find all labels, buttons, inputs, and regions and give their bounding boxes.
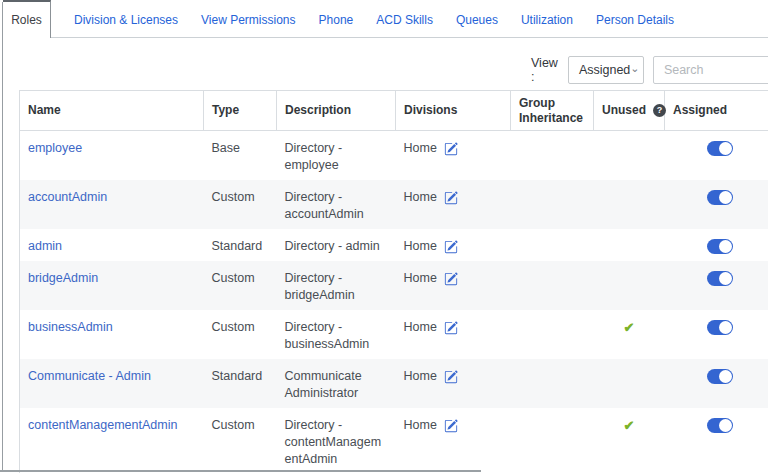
table-row: admin Standard Directory - admin Home [20, 229, 768, 261]
column-header-type: Type [204, 91, 277, 131]
unused-cell [594, 131, 665, 181]
role-description: Directory - contentManagementAdmin [277, 408, 396, 473]
column-header-divisions: Divisions [396, 91, 511, 131]
role-type: Custom [204, 261, 277, 310]
division-name: Home [404, 417, 437, 434]
table-row: businessAdmin Custom Directory - busines… [20, 310, 768, 359]
table-row: contentManagementAdmin Custom Directory … [20, 408, 768, 473]
role-description: Directory - bridgeAdmin [277, 261, 396, 310]
role-type: Standard [204, 359, 277, 408]
table-header-row: Name Type Description Divisions Group In… [20, 91, 768, 131]
roles-panel: Roles Division & Licenses View Permissio… [0, 0, 768, 473]
edit-divisions-icon[interactable] [444, 321, 458, 335]
tab-roles[interactable]: Roles [3, 0, 51, 38]
roles-table-wrap: Name Type Description Divisions Group In… [19, 90, 768, 473]
edit-divisions-icon[interactable] [444, 419, 458, 433]
table-row: Communicate - Admin Standard Communicate… [20, 359, 768, 408]
check-icon: ✔ [624, 418, 635, 433]
tab-person-details[interactable]: Person Details [596, 0, 674, 38]
role-description: Directory - businessAdmin [277, 310, 396, 359]
tab-phone[interactable]: Phone [319, 0, 354, 38]
panel-bottom-border [0, 470, 481, 472]
role-name-link[interactable]: admin [28, 239, 62, 253]
view-select[interactable]: Assigned ⌄ [568, 56, 644, 84]
edit-divisions-icon[interactable] [444, 191, 458, 205]
table-row: accountAdmin Custom Directory - accountA… [20, 180, 768, 229]
assigned-toggle[interactable] [707, 141, 733, 156]
group-inheritance-cell [511, 229, 594, 261]
role-type: Standard [204, 229, 277, 261]
table-body: employee Base Directory - employee Home … [20, 131, 768, 473]
tab-bar: Roles Division & Licenses View Permissio… [0, 0, 768, 38]
chevron-down-icon: ⌄ [630, 63, 639, 74]
group-inheritance-cell [511, 310, 594, 359]
help-icon[interactable]: ? [653, 104, 666, 117]
division-name: Home [404, 238, 437, 255]
group-inheritance-cell [511, 131, 594, 181]
column-header-description: Description [277, 91, 396, 131]
division-name: Home [404, 368, 437, 385]
assigned-toggle[interactable] [707, 190, 733, 205]
unused-cell [594, 261, 665, 310]
tab-acd-skills[interactable]: ACD Skills [376, 0, 433, 38]
edit-divisions-icon[interactable] [444, 370, 458, 384]
group-inheritance-cell [511, 180, 594, 229]
column-header-unused: Unused ? [594, 91, 665, 131]
role-description: Directory - accountAdmin [277, 180, 396, 229]
search-input[interactable] [653, 56, 768, 84]
assigned-toggle[interactable] [707, 239, 733, 254]
table-row: employee Base Directory - employee Home [20, 131, 768, 181]
role-name-link[interactable]: contentManagementAdmin [28, 418, 177, 432]
tab-utilization[interactable]: Utilization [521, 0, 573, 38]
unused-cell: ✔ [594, 310, 665, 359]
role-description: Directory - employee [277, 131, 396, 181]
role-name-link[interactable]: Communicate - Admin [28, 369, 151, 383]
edit-divisions-icon[interactable] [444, 142, 458, 156]
role-name-link[interactable]: bridgeAdmin [28, 271, 98, 285]
column-header-name: Name [20, 91, 204, 131]
assigned-toggle[interactable] [707, 271, 733, 286]
unused-cell: ✔ [594, 408, 665, 473]
tab-queues[interactable]: Queues [456, 0, 498, 38]
column-header-group-inheritance: Group Inheritance [511, 91, 594, 131]
assigned-toggle[interactable] [707, 418, 733, 433]
table-row: bridgeAdmin Custom Directory - bridgeAdm… [20, 261, 768, 310]
group-inheritance-cell [511, 408, 594, 473]
table-toolbar: View : Assigned ⌄ [531, 56, 768, 84]
column-header-assigned: Assigned [665, 91, 768, 131]
tab-view-permissions[interactable]: View Permissions [201, 0, 295, 38]
unused-cell [594, 229, 665, 261]
group-inheritance-cell [511, 261, 594, 310]
check-icon: ✔ [624, 320, 635, 335]
role-description: Communicate Administrator [277, 359, 396, 408]
role-type: Custom [204, 310, 277, 359]
role-name-link[interactable]: businessAdmin [28, 320, 113, 334]
view-label: View : [531, 56, 558, 84]
division-name: Home [404, 140, 437, 157]
edit-divisions-icon[interactable] [444, 272, 458, 286]
assigned-toggle[interactable] [707, 369, 733, 384]
edit-divisions-icon[interactable] [444, 240, 458, 254]
unused-cell [594, 359, 665, 408]
assigned-toggle[interactable] [707, 320, 733, 335]
role-name-link[interactable]: accountAdmin [28, 190, 107, 204]
role-name-link[interactable]: employee [28, 141, 82, 155]
role-description: Directory - admin [277, 229, 396, 261]
unused-cell [594, 180, 665, 229]
view-select-value: Assigned [579, 63, 630, 77]
group-inheritance-cell [511, 359, 594, 408]
role-type: Base [204, 131, 277, 181]
role-type: Custom [204, 408, 277, 473]
role-type: Custom [204, 180, 277, 229]
roles-table: Name Type Description Divisions Group In… [19, 90, 768, 473]
division-name: Home [404, 319, 437, 336]
tab-division-licenses[interactable]: Division & Licenses [74, 0, 178, 38]
division-name: Home [404, 270, 437, 287]
division-name: Home [404, 189, 437, 206]
